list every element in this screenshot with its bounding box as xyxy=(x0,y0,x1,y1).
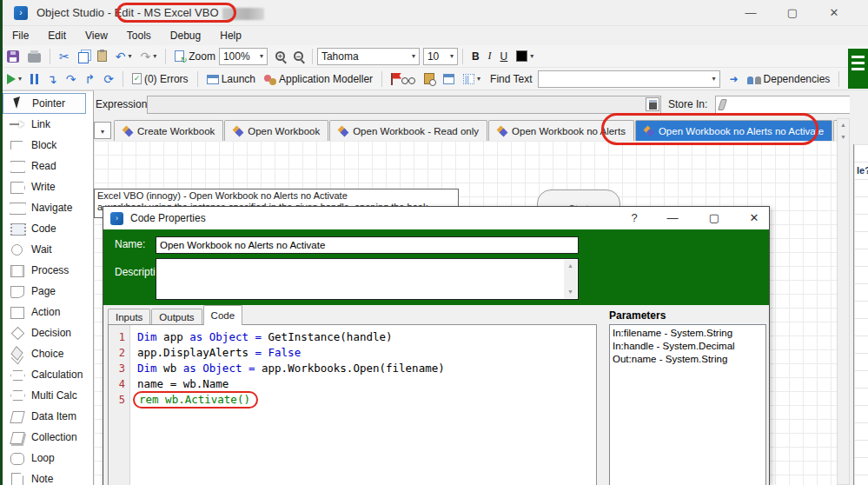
sidebar-item-write[interactable]: Write xyxy=(3,176,93,197)
save-button[interactable] xyxy=(3,49,23,64)
code-line[interactable]: 4name = wb.Name xyxy=(109,376,596,392)
sidebar-item-action[interactable]: Action xyxy=(3,302,93,322)
search-button[interactable] xyxy=(421,71,438,86)
zoom-page-button[interactable] xyxy=(171,49,188,63)
expression-input[interactable] xyxy=(147,96,661,114)
sidebar-item-data-item[interactable]: Data Item xyxy=(3,406,93,427)
name-input[interactable]: Open Workbook no Alerts no Activate xyxy=(156,236,579,254)
parameter-item[interactable]: Out:name - System.String xyxy=(613,353,763,366)
chevron-down-icon[interactable]: ▾ xyxy=(712,75,716,83)
scroll-down-icon[interactable]: ▼ xyxy=(838,131,849,143)
parameter-item[interactable]: In:handle - System.Decimal xyxy=(613,340,763,353)
sidebar-item-read[interactable]: Read xyxy=(3,156,93,176)
code-line[interactable]: 3Dim wb as Object = app.Workbooks.Open(f… xyxy=(109,361,596,376)
sidebar-item-wait[interactable]: Wait xyxy=(3,239,93,260)
sidebar-item-navigate[interactable]: Navigate xyxy=(3,197,93,218)
paste-button[interactable] xyxy=(94,49,110,63)
code-line[interactable]: 2app.DisplayAlerts = False xyxy=(109,345,596,361)
sidebar-item-choice[interactable]: Choice xyxy=(3,343,93,364)
sidebar-item-process[interactable]: Process xyxy=(3,260,93,281)
redo-button[interactable]: ↷▾ xyxy=(136,48,160,65)
menu-tools[interactable]: Tools xyxy=(117,26,161,45)
font-size-select[interactable]: 10▾ xyxy=(423,48,458,65)
sidebar-item-page[interactable]: Page xyxy=(3,281,93,302)
run-button[interactable]: ▾ xyxy=(3,72,25,86)
tab-inputs[interactable]: Inputs xyxy=(108,309,150,325)
sidebar-item-link[interactable]: Link xyxy=(3,114,93,135)
italic-button[interactable]: I xyxy=(485,48,495,64)
find-references-button[interactable]: ➜ xyxy=(726,71,742,87)
chevron-down-icon[interactable]: ▾ xyxy=(128,52,131,60)
undo-button[interactable]: ↶▾ xyxy=(112,48,136,65)
dependencies-button[interactable]: Dependencies xyxy=(744,71,834,87)
chevron-down-icon[interactable]: ▾ xyxy=(530,52,533,60)
menu-file[interactable]: File xyxy=(3,26,38,45)
tab-list-dropdown[interactable]: ▾ xyxy=(94,122,111,139)
side-panel-toggle[interactable] xyxy=(848,49,868,89)
dialog-help-button[interactable]: ? xyxy=(618,207,651,229)
parameter-item[interactable]: In:filename - System.String xyxy=(613,327,763,340)
chevron-down-icon[interactable]: ▾ xyxy=(477,75,480,83)
sidebar-item-multi-calc[interactable]: Multi Calc xyxy=(3,385,93,406)
canvas-vertical-scrollbar[interactable]: ▲ ▼ xyxy=(837,118,850,485)
panel-view-button[interactable] xyxy=(440,72,458,86)
cut-button[interactable]: ✂ xyxy=(56,48,73,65)
tab-outputs[interactable]: Outputs xyxy=(151,309,202,325)
pause-button[interactable] xyxy=(27,72,42,86)
dialog-maximize-button[interactable]: ▢ xyxy=(698,207,731,229)
find-text-input[interactable]: ▾ xyxy=(538,70,720,88)
expression-builder-button[interactable] xyxy=(646,97,659,111)
maximize-button[interactable]: ▢ xyxy=(773,0,812,26)
menu-debug[interactable]: Debug xyxy=(161,26,210,45)
code-line[interactable]: 5rem wb.Activate() xyxy=(109,392,596,408)
description-scrollbar[interactable]: ▲ ▼ xyxy=(564,260,577,298)
sidebar-item-code[interactable]: Code xyxy=(3,218,93,239)
code-editor[interactable]: 1Dim app as Object = GetInstance(handle)… xyxy=(108,324,597,485)
page-tab-open-workbook-read-only[interactable]: Open Workbook - Read only xyxy=(329,120,487,141)
scroll-down-icon[interactable]: ▼ xyxy=(564,286,577,298)
chevron-down-icon[interactable]: ▾ xyxy=(18,75,22,83)
sidebar-item-collection[interactable]: Collection xyxy=(3,427,93,448)
zoom-out-button[interactable]: − xyxy=(290,50,307,63)
application-modeller-button[interactable]: Application Modeller xyxy=(261,71,376,87)
sidebar-item-loop[interactable]: Loop xyxy=(3,448,93,468)
font-select[interactable]: Tahoma▾ xyxy=(317,48,420,65)
dialog-minimize-button[interactable]: — xyxy=(656,207,689,229)
sidebar-item-pointer[interactable]: Pointer xyxy=(3,93,86,114)
sidebar-item-note[interactable]: Note xyxy=(3,468,93,485)
sidebar-item-calculation[interactable]: Calculation xyxy=(3,364,93,385)
menu-help[interactable]: Help xyxy=(210,26,251,45)
close-button[interactable]: ✕ xyxy=(815,0,853,26)
underline-button[interactable]: U xyxy=(497,49,512,64)
code-line[interactable]: 1Dim app as Object = GetInstance(handle) xyxy=(109,329,596,345)
menu-view[interactable]: View xyxy=(76,26,117,45)
page-tab-open-workbook[interactable]: Open Workbook xyxy=(224,120,328,141)
sidebar-item-block[interactable]: Block xyxy=(3,135,93,156)
zoom-in-button[interactable]: + xyxy=(272,50,288,63)
description-input[interactable]: ▲ ▼ xyxy=(156,258,579,300)
chevron-down-icon[interactable]: ▾ xyxy=(153,52,156,60)
store-in-input[interactable] xyxy=(715,96,852,114)
page-tab-create-workbook[interactable]: Create Workbook xyxy=(114,120,223,141)
sidebar-item-decision[interactable]: Decision xyxy=(3,322,93,343)
step-over-button[interactable]: ↷ xyxy=(63,70,80,88)
copy-button[interactable] xyxy=(75,48,92,65)
print-button[interactable] xyxy=(24,49,44,64)
dialog-close-button[interactable]: ✕ xyxy=(738,207,771,229)
page-tab-open-workbook-no-alerts-no-activate[interactable]: Open Workbook no Alerts no Activate xyxy=(635,120,832,141)
font-color-button[interactable]: ▾ xyxy=(513,49,537,63)
step-in-button[interactable]: ↴ xyxy=(43,70,61,88)
reset-button[interactable]: ⟳ xyxy=(100,70,117,88)
errors-button[interactable]: ✓(0) Errors xyxy=(129,71,192,87)
step-out-button[interactable]: ↱ xyxy=(81,70,98,88)
parameters-list[interactable]: In:filename - System.StringIn:handle - S… xyxy=(609,324,766,485)
zoom-level-select[interactable]: 100%▾ xyxy=(219,48,268,65)
scroll-up-icon[interactable]: ▲ xyxy=(838,119,849,131)
bold-button[interactable]: B xyxy=(468,49,483,64)
minimize-button[interactable]: — xyxy=(732,0,770,26)
tab-code[interactable]: Code xyxy=(203,305,243,325)
page-tab-open-workbook-no-alerts[interactable]: Open Workbook no Alerts xyxy=(488,120,634,141)
launch-button[interactable]: Launch xyxy=(203,71,259,87)
menu-edit[interactable]: Edit xyxy=(38,26,76,45)
watch-button[interactable] xyxy=(398,72,419,86)
